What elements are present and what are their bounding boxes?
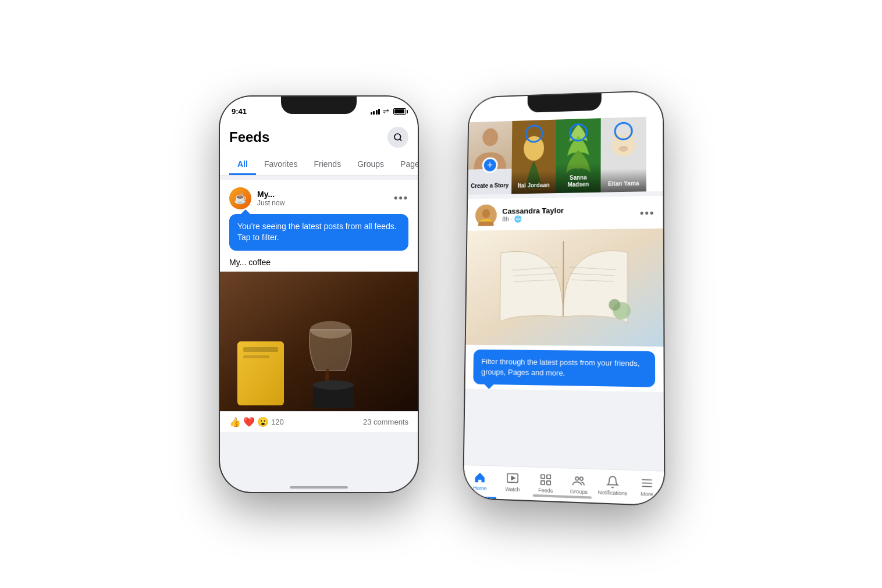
more-icon (640, 476, 653, 490)
tab-friends[interactable]: Friends (305, 155, 349, 175)
watch-icon (506, 472, 519, 485)
create-story-label-container: Create a Story (468, 179, 511, 190)
story-3-name: Eitan Yama (604, 180, 642, 187)
cassandra-post-time: 8h · 🌐 (502, 215, 564, 223)
tab-favorites[interactable]: Favorites (256, 155, 306, 175)
cassandra-avatar (475, 204, 497, 226)
create-story-plus-icon: + (482, 157, 498, 173)
svg-rect-33 (540, 480, 544, 484)
battery-icon (393, 108, 406, 115)
create-story-card[interactable]: + Create a Story (468, 121, 512, 195)
tab-pages[interactable]: Pages (392, 155, 418, 175)
cassandra-meta: Cassandra Taylor 8h · 🌐 (502, 206, 564, 223)
nav-watch-label: Watch (505, 486, 520, 492)
story-card-2[interactable]: Sanna Madsen (556, 118, 601, 193)
tooltip-text-right: Filter through the latest posts from you… (481, 357, 640, 377)
status-time: 9:41 (232, 107, 247, 116)
coffee-visual (220, 272, 418, 411)
post-more-button[interactable]: ••• (394, 192, 408, 204)
post-avatar: ☕ (229, 187, 251, 209)
right-screen-content: + Create a Story (464, 91, 664, 505)
tab-all[interactable]: All (229, 155, 256, 175)
nav-notifications[interactable]: Notifications (596, 469, 630, 504)
groups-icon (572, 474, 585, 488)
create-story-text: Create a Story (471, 182, 508, 189)
post-time-text: 8h · 🌐 (502, 215, 522, 223)
right-post-header: Cassandra Taylor 8h · 🌐 ••• (467, 195, 663, 230)
tab-groups[interactable]: Groups (349, 155, 392, 175)
story-card-1[interactable]: Itai Jordaan (511, 119, 556, 194)
reactions-container: 👍 ❤️ 😮 120 (229, 416, 284, 427)
vol-up-button-right (467, 164, 468, 181)
story-2-overlay: Sanna Madsen (556, 162, 600, 193)
story-1-name: Itai Jordaan (515, 181, 552, 189)
stories-row: + Create a Story (468, 116, 663, 199)
cassandra-name: Cassandra Taylor (502, 206, 564, 215)
post-author-name: My... (257, 190, 284, 199)
svg-line-38 (642, 483, 652, 483)
feeds-header: Feeds All Favorites Friends Groups Pages (220, 122, 418, 176)
power-button-right (663, 148, 664, 183)
tooltip-bubble-right[interactable]: Filter through the latest posts from you… (473, 349, 655, 387)
feeds-title-row: Feeds (229, 127, 408, 148)
home-icon (474, 471, 486, 484)
notifications-icon (606, 475, 620, 489)
search-button[interactable] (387, 127, 408, 148)
story-card-3[interactable]: Eitan Yama (600, 116, 646, 192)
wifi-icon: ⇌ (383, 107, 389, 116)
story-2-bg: Sanna Madsen (556, 118, 601, 193)
right-phone: + Create a Story (464, 91, 664, 505)
svg-marker-30 (511, 476, 515, 480)
tooltip-bubble-left[interactable]: You're seeing the latest posts from all … (229, 214, 408, 251)
svg-line-20 (563, 241, 564, 316)
svg-point-7 (313, 380, 354, 390)
svg-point-36 (580, 477, 584, 480)
svg-line-37 (642, 479, 652, 480)
svg-rect-31 (540, 475, 544, 479)
home-indicator (290, 486, 348, 489)
signal-icon (371, 109, 380, 115)
notch (281, 97, 357, 114)
svg-rect-32 (547, 475, 550, 479)
story-1-overlay: Itai Jordaan (511, 170, 556, 194)
nav-groups-label: Groups (570, 488, 588, 494)
nav-home[interactable]: Home (464, 465, 496, 498)
cassandra-post-image (466, 228, 664, 346)
bottom-nav: Home Watch (464, 464, 664, 505)
story-3-avatar-ring (614, 122, 633, 140)
nav-more-label: More (641, 490, 653, 497)
reactions-count: 120 (271, 418, 284, 426)
avatar-emoji: ☕ (234, 192, 247, 205)
coffee-svg (220, 272, 418, 411)
feeds-title: Feeds (229, 129, 269, 145)
notch-right (528, 93, 602, 112)
nav-watch[interactable]: Watch (496, 466, 529, 500)
cassandra-avatar-svg (475, 204, 497, 226)
feeds-tabs: All Favorites Friends Groups Pages (229, 155, 408, 175)
story-1-bg: Itai Jordaan (511, 119, 556, 194)
post-footer: 👍 ❤️ 😮 120 23 comments (220, 411, 418, 432)
svg-rect-3 (243, 347, 278, 352)
comments-count: 23 comments (363, 418, 408, 426)
post-meta-container: My... Just now (257, 190, 284, 207)
like-icon: 👍 (229, 416, 241, 427)
svg-rect-4 (243, 355, 269, 358)
post-image-coffee (220, 272, 418, 411)
svg-point-35 (575, 476, 579, 480)
nav-more[interactable]: More (630, 470, 664, 505)
cassandra-post: Cassandra Taylor 8h · 🌐 ••• (465, 195, 664, 392)
story-3-bg: Eitan Yama (600, 116, 646, 192)
love-icon: ❤️ (243, 416, 255, 427)
story-2-name: Sanna Madsen (559, 174, 597, 188)
svg-rect-19 (466, 228, 664, 346)
cassandra-more-button[interactable]: ••• (640, 206, 655, 219)
nav-feeds-label: Feeds (538, 487, 553, 493)
post-text-left: My... coffee (220, 255, 418, 272)
story-2-avatar-ring (569, 123, 588, 141)
svg-rect-34 (546, 480, 550, 484)
nav-home-label: Home (473, 484, 487, 491)
book-svg (466, 228, 664, 346)
nav-notifications-label: Notifications (598, 489, 628, 496)
status-icons: ⇌ (371, 107, 407, 116)
svg-point-8 (482, 128, 498, 146)
